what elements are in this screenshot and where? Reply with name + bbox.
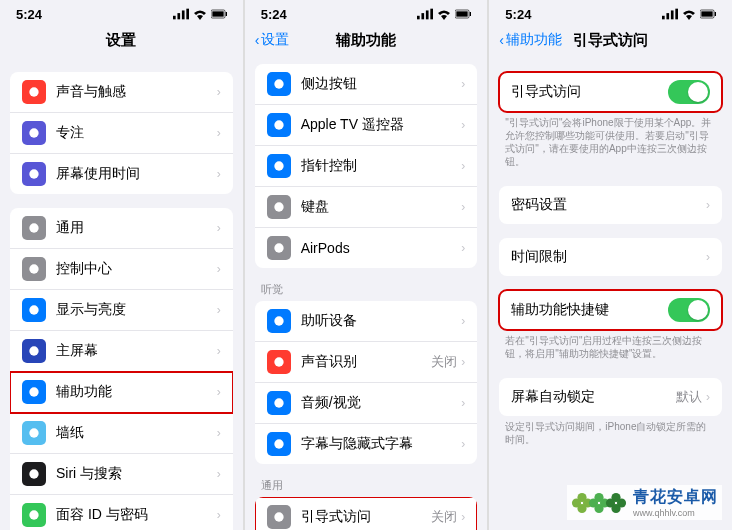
list-row[interactable]: 音频/视觉 › — [255, 383, 478, 424]
row-label: 密码设置 — [511, 196, 706, 214]
screen-guided-access: 5:24 ‹ 辅助功能 引导式访问 引导式访问 "引导式访问"会将iPhone — [489, 0, 732, 530]
list-row[interactable]: AirPods › — [255, 228, 478, 268]
footnote-autolock: 设定引导式访问期间，iPhone自动锁定所需的时间。 — [489, 416, 732, 450]
chevron-left-icon: ‹ — [499, 32, 504, 48]
svg-rect-40 — [662, 16, 665, 20]
svg-rect-0 — [173, 16, 176, 20]
guided-access-main: 引导式访问 — [499, 72, 722, 112]
row-label: Apple TV 遥控器 — [301, 116, 462, 134]
chevron-right-icon: › — [461, 437, 465, 451]
svg-rect-43 — [675, 9, 678, 20]
row-label: 声音与触感 — [56, 83, 217, 101]
list-row[interactable]: 墙纸 › — [10, 413, 233, 454]
svg-point-32 — [274, 316, 283, 325]
list-row[interactable]: 声音与触感 › — [10, 72, 233, 113]
list-row[interactable]: 屏幕使用时间 › — [10, 154, 233, 194]
chevron-right-icon: › — [217, 262, 221, 276]
nav-bar: ‹ 设置 辅助功能 — [245, 24, 488, 58]
row-time-limit[interactable]: 时间限制 › — [499, 238, 722, 276]
wifi-icon — [436, 6, 452, 22]
wifi-icon — [681, 6, 697, 22]
back-button[interactable]: ‹ 辅助功能 — [499, 31, 562, 49]
chevron-right-icon: › — [217, 167, 221, 181]
chevron-right-icon: › — [461, 355, 465, 369]
chevron-right-icon: › — [461, 159, 465, 173]
svg-point-16 — [29, 469, 38, 478]
caption-icon — [267, 432, 291, 456]
list-row[interactable]: Siri 与搜索 › — [10, 454, 233, 495]
list-row[interactable]: 控制中心 › — [10, 249, 233, 290]
svg-point-7 — [29, 87, 38, 96]
row-label: 显示与亮度 — [56, 301, 217, 319]
grid-icon — [22, 339, 46, 363]
hourglass-icon — [22, 162, 46, 186]
signal-icon — [173, 6, 189, 22]
page-title: 设置 — [106, 31, 136, 50]
chevron-right-icon: › — [706, 198, 710, 212]
row-label: 助听设备 — [301, 312, 462, 330]
list-row[interactable]: 声音识别 关闭 › — [255, 342, 478, 383]
svg-rect-21 — [422, 13, 425, 19]
row-label: 屏幕自动锁定 — [511, 388, 676, 406]
list-row[interactable]: 指针控制 › — [255, 146, 478, 187]
chevron-right-icon: › — [461, 510, 465, 524]
toggle-accessibility-shortcut[interactable] — [668, 298, 710, 322]
switches-icon — [22, 257, 46, 281]
svg-point-13 — [29, 346, 38, 355]
row-label: Siri 与搜索 — [56, 465, 217, 483]
svg-point-58 — [611, 503, 620, 512]
row-detail: 关闭 — [431, 353, 457, 371]
list-row[interactable]: 专注 › — [10, 113, 233, 154]
row-guided-access-toggle[interactable]: 引导式访问 — [499, 72, 722, 112]
list-row[interactable]: 引导式访问 关闭 › — [255, 497, 478, 530]
row-password-settings[interactable]: 密码设置 › — [499, 186, 722, 224]
battery-icon — [455, 6, 471, 22]
status-bar: 5:24 — [245, 0, 488, 24]
gear-icon — [22, 216, 46, 240]
chevron-right-icon: › — [217, 303, 221, 317]
status-time: 5:24 — [505, 7, 531, 22]
svg-point-10 — [29, 223, 38, 232]
list-row[interactable]: 主屏幕 › — [10, 331, 233, 372]
svg-rect-46 — [715, 12, 716, 16]
footnote-shortcut: 若在"引导式访问"启用过程中连按三次侧边按钮，将启用"辅助功能快捷键"设置。 — [489, 330, 732, 364]
clover-icon — [605, 492, 627, 514]
nav-bar: ‹ 辅助功能 引导式访问 — [489, 24, 732, 58]
guided-access-password: 密码设置 › — [499, 186, 722, 224]
row-label: 通用 — [56, 219, 217, 237]
accessibility-group-3: 引导式访问 关闭 › Siri › 辅助功能快捷键 › App 单独设置 › — [255, 497, 478, 530]
list-row[interactable]: 字幕与隐藏式字幕 › — [255, 424, 478, 464]
list-row[interactable]: 通用 › — [10, 208, 233, 249]
list-row[interactable]: 助听设备 › — [255, 301, 478, 342]
keyboard-icon — [267, 195, 291, 219]
chevron-right-icon: › — [461, 200, 465, 214]
toggle-guided-access[interactable] — [668, 80, 710, 104]
chevron-right-icon: › — [217, 508, 221, 522]
svg-point-31 — [274, 243, 283, 252]
list-row[interactable]: 显示与亮度 › — [10, 290, 233, 331]
svg-point-50 — [577, 503, 586, 512]
row-detail: 关闭 — [431, 508, 457, 526]
chevron-right-icon: › — [461, 118, 465, 132]
chevron-right-icon: › — [461, 241, 465, 255]
ear-icon — [267, 309, 291, 333]
back-button[interactable]: ‹ 设置 — [255, 31, 290, 49]
guided-access-autolock: 屏幕自动锁定 默认 › — [499, 378, 722, 416]
svg-point-9 — [29, 169, 38, 178]
row-accessibility-shortcut-toggle[interactable]: 辅助功能快捷键 — [499, 290, 722, 330]
chevron-right-icon: › — [217, 385, 221, 399]
list-row[interactable]: 键盘 › — [255, 187, 478, 228]
list-row[interactable]: 辅助功能 › — [10, 372, 233, 413]
back-label: 设置 — [261, 31, 289, 49]
list-row[interactable]: 侧边按钮 › — [255, 64, 478, 105]
watermark-url: www.qhhlv.com — [633, 508, 718, 518]
list-row[interactable]: Apple TV 遥控器 › — [255, 105, 478, 146]
battery-icon — [700, 6, 716, 22]
svg-point-29 — [274, 161, 283, 170]
watermark: 青花安卓网 www.qhhlv.com — [567, 485, 722, 520]
svg-point-17 — [29, 510, 38, 519]
chevron-right-icon: › — [461, 396, 465, 410]
chevron-left-icon: ‹ — [255, 32, 260, 48]
list-row[interactable]: 面容 ID 与密码 › — [10, 495, 233, 530]
row-auto-lock[interactable]: 屏幕自动锁定 默认 › — [499, 378, 722, 416]
